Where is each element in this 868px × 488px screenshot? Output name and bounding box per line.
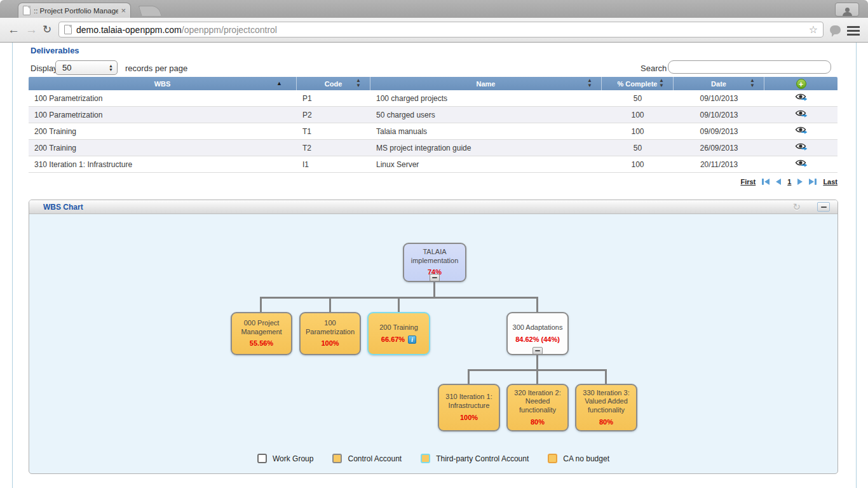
cell-name: Talaia manuals bbox=[370, 127, 602, 136]
column-header-actions: + bbox=[764, 77, 837, 90]
sort-down-icon: ▼ bbox=[356, 83, 361, 88]
cell-complete: 100 bbox=[602, 127, 674, 136]
chart-legend: Work Group Control Account Third-party C… bbox=[29, 454, 837, 463]
cell-complete: 100 bbox=[602, 160, 674, 169]
cell-actions bbox=[764, 93, 837, 104]
wbs-node-root[interactable]: TALAIA implementation 74% bbox=[403, 243, 466, 282]
pagination-prev-icon[interactable] bbox=[776, 179, 781, 185]
view-icon[interactable] bbox=[795, 126, 808, 135]
view-icon[interactable] bbox=[795, 93, 808, 102]
legend-item: Control Account bbox=[332, 454, 402, 463]
forward-icon[interactable]: → bbox=[25, 24, 37, 36]
node-percent: 80% bbox=[531, 418, 545, 427]
address-bar[interactable]: demo.talaia-openppm.com /openppm/project… bbox=[58, 22, 824, 37]
pagination-next-icon[interactable] bbox=[797, 179, 803, 185]
view-icon[interactable] bbox=[795, 159, 808, 168]
legend-label: Third-party Control Account bbox=[436, 454, 529, 463]
table-row: 100 Parametrization P1 100 charged proje… bbox=[29, 90, 837, 107]
node-label: 100 Parametrization bbox=[303, 319, 357, 337]
node-label: 320 Iteration 2: Needed functionality bbox=[510, 389, 565, 415]
table-row: 200 Training T1 Talaia manuals 100 09/09… bbox=[29, 123, 837, 140]
node-label: 330 Iteration 3: Valued Added functional… bbox=[579, 389, 634, 415]
node-label: TALAIA implementation bbox=[407, 248, 463, 266]
cell-actions bbox=[764, 126, 837, 137]
favicon bbox=[23, 6, 31, 15]
node-percent: 100% bbox=[460, 414, 478, 423]
reload-icon[interactable]: ↻ bbox=[43, 24, 51, 36]
workgroup-swatch bbox=[257, 454, 267, 463]
legend-item: CA no budget bbox=[548, 454, 609, 463]
cell-date: 09/09/2013 bbox=[674, 127, 764, 136]
node-percent: 55.56% bbox=[250, 339, 273, 348]
chat-icon[interactable] bbox=[830, 25, 841, 34]
third-party-swatch bbox=[421, 454, 430, 463]
wbs-node-000[interactable]: 000 Project Management 55.56% bbox=[231, 312, 292, 355]
sort-down-icon: ▼ bbox=[659, 83, 664, 88]
wbs-node-200[interactable]: 200 Training 66.67%i bbox=[367, 312, 430, 355]
cell-code: T1 bbox=[297, 127, 370, 136]
column-header-complete[interactable]: % Complete ▲▼ bbox=[602, 77, 674, 90]
wbs-node-310[interactable]: 310 Iteration 1: Infrastructure 100% bbox=[438, 384, 500, 431]
display-label: Display bbox=[31, 64, 58, 73]
bookmark-star-icon[interactable]: ☆ bbox=[809, 24, 818, 36]
cell-wbs: 200 Training bbox=[29, 144, 297, 152]
table-row: 100 Parametrization P2 50 charged users … bbox=[29, 107, 837, 123]
pagination-skip-forward-icon[interactable] bbox=[809, 179, 817, 185]
collapse-button[interactable] bbox=[430, 274, 440, 281]
pagination-first[interactable]: First bbox=[740, 178, 756, 186]
select-arrows-icon: ▲ ▼ bbox=[109, 64, 113, 72]
new-tab-button[interactable] bbox=[138, 6, 161, 16]
view-icon[interactable] bbox=[795, 109, 808, 118]
table-row: 310 Iteration 1: Infrastructure I1 Linux… bbox=[29, 156, 837, 173]
cell-actions bbox=[764, 142, 837, 153]
pagination-last[interactable]: Last bbox=[823, 178, 837, 186]
wbs-node-300[interactable]: 300 Adaptations 84.62% (44%) bbox=[506, 312, 569, 355]
wbs-node-320[interactable]: 320 Iteration 2: Needed functionality 80… bbox=[506, 384, 569, 431]
column-header-name[interactable]: Name ▲▼ bbox=[370, 77, 602, 90]
wbs-chart-header: WBS Chart ↻ bbox=[29, 200, 837, 214]
deliverables-title: Deliverables bbox=[31, 46, 79, 55]
tab-close-icon[interactable]: × bbox=[121, 6, 126, 15]
cell-name: 100 charged projects bbox=[370, 94, 602, 103]
sort-asc-icon: ▲ bbox=[276, 79, 282, 87]
sort-icon: ▲▼ bbox=[750, 78, 755, 88]
connector-line bbox=[536, 297, 538, 313]
back-icon[interactable]: ← bbox=[8, 24, 20, 36]
wbs-node-330[interactable]: 330 Iteration 3: Valued Added functional… bbox=[575, 384, 637, 431]
cell-complete: 50 bbox=[602, 144, 674, 152]
url-host: demo.talaia-openppm.com bbox=[76, 25, 182, 35]
connector-line bbox=[398, 297, 400, 313]
search-input[interactable] bbox=[668, 60, 831, 74]
node-label: 200 Training bbox=[379, 323, 418, 332]
cell-name: 50 charged users bbox=[370, 111, 602, 119]
page-size-select[interactable]: 50 ▲ ▼ bbox=[55, 60, 118, 75]
collapse-button[interactable] bbox=[532, 347, 543, 355]
pagination-page-number[interactable]: 1 bbox=[787, 178, 791, 186]
browser-tab[interactable]: :: Project Portfolio Manage × bbox=[18, 3, 131, 18]
column-header-wbs[interactable]: WBS ▲ bbox=[29, 77, 297, 90]
pagination-skip-back-icon[interactable] bbox=[762, 179, 770, 185]
view-icon[interactable] bbox=[795, 142, 808, 151]
info-icon[interactable]: i bbox=[408, 336, 416, 344]
minimize-button[interactable] bbox=[817, 202, 830, 212]
node-label: 310 Iteration 1: Infrastructure bbox=[442, 393, 496, 410]
person-icon bbox=[845, 8, 850, 12]
refresh-icon[interactable]: ↻ bbox=[792, 201, 801, 213]
tab-strip: :: Project Portfolio Manage × bbox=[0, 0, 868, 18]
records-per-page-label: records per page bbox=[125, 64, 187, 73]
add-icon[interactable]: + bbox=[796, 79, 806, 89]
deliverables-table: 100 Parametrization P1 100 charged proje… bbox=[29, 90, 837, 173]
wbs-node-100[interactable]: 100 Parametrization 100% bbox=[299, 312, 361, 355]
wbs-chart-panel: WBS Chart ↻ TALAIA implementation 74% 00… bbox=[29, 200, 838, 474]
node-percent: 80% bbox=[599, 418, 613, 427]
profile-button[interactable] bbox=[835, 3, 859, 17]
legend-label: Work Group bbox=[273, 454, 313, 463]
sort-down-icon: ▼ bbox=[587, 83, 592, 88]
wbs-chart-title: WBS Chart bbox=[43, 203, 83, 212]
column-header-date[interactable]: Date ▲▼ bbox=[674, 77, 764, 90]
column-label: Name bbox=[477, 80, 496, 88]
url-path: /openppm/projectcontrol bbox=[182, 25, 277, 35]
page-right-border bbox=[856, 43, 857, 488]
menu-icon[interactable] bbox=[847, 26, 860, 36]
column-header-code[interactable]: Code ▲▼ bbox=[297, 77, 370, 90]
